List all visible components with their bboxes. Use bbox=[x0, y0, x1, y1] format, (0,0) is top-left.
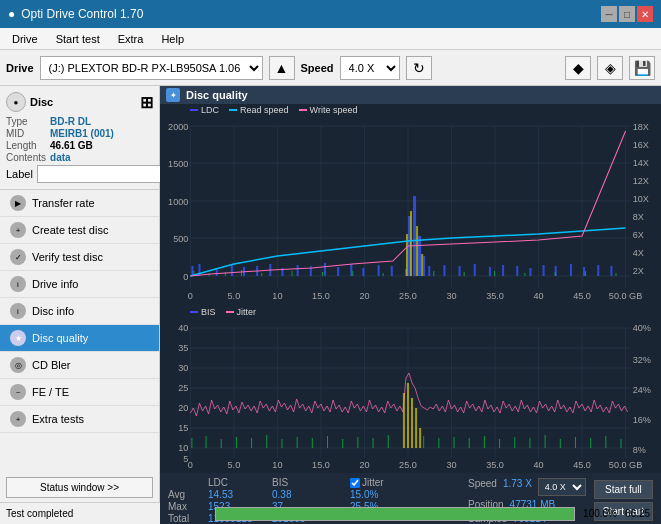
avg-bis-value: 0.38 bbox=[272, 489, 322, 500]
minimize-button[interactable]: ─ bbox=[601, 6, 617, 22]
ldc-col-header: LDC bbox=[208, 477, 268, 488]
svg-text:35.0: 35.0 bbox=[486, 291, 504, 301]
svg-rect-53 bbox=[337, 267, 339, 276]
svg-text:12X: 12X bbox=[633, 176, 649, 186]
nav-transfer-rate[interactable]: ▶ Transfer rate bbox=[0, 190, 159, 217]
disc-label-input[interactable] bbox=[37, 165, 166, 183]
svg-rect-140 bbox=[191, 438, 192, 448]
menu-extra[interactable]: Extra bbox=[110, 32, 152, 46]
svg-rect-54 bbox=[350, 264, 352, 276]
status-right-value: 66.25 bbox=[625, 508, 655, 519]
extra-tests-icon: + bbox=[10, 411, 26, 427]
svg-rect-161 bbox=[454, 437, 455, 448]
svg-rect-154 bbox=[403, 393, 405, 448]
svg-rect-66 bbox=[474, 264, 476, 276]
jitter-checkbox[interactable] bbox=[350, 478, 360, 488]
svg-text:500: 500 bbox=[173, 234, 188, 244]
label-row: Label ⚙ bbox=[6, 165, 153, 183]
disc-info-icon: i bbox=[10, 303, 26, 319]
svg-rect-159 bbox=[423, 436, 424, 448]
svg-rect-171 bbox=[605, 436, 606, 448]
svg-text:10X: 10X bbox=[633, 194, 649, 204]
start-full-button[interactable]: Start full bbox=[594, 480, 653, 499]
progress-percent: 100.0% bbox=[579, 508, 617, 519]
upper-chart: 2000 1500 1000 500 0 18X 16X 14X 12X 10X… bbox=[160, 116, 661, 306]
legend-write: Write speed bbox=[299, 105, 358, 115]
svg-text:0: 0 bbox=[188, 291, 193, 301]
status-window-button[interactable]: Status window >> bbox=[6, 477, 153, 498]
nav-cd-bler[interactable]: ◎ CD Bler bbox=[0, 352, 159, 379]
app-icon: ● bbox=[8, 7, 15, 21]
type-label: Type bbox=[6, 116, 46, 127]
title-bar-left: ● Opti Drive Control 1.70 bbox=[8, 7, 143, 21]
nav-create-test-disc[interactable]: + Create test disc bbox=[0, 217, 159, 244]
svg-text:10: 10 bbox=[272, 460, 282, 470]
svg-rect-151 bbox=[357, 437, 358, 448]
lower-chart-legend: BIS Jitter bbox=[160, 306, 661, 318]
disc-quality-icon: ★ bbox=[10, 330, 26, 346]
svg-rect-88 bbox=[416, 226, 418, 276]
disc-info-label: Disc info bbox=[32, 305, 74, 317]
svg-rect-168 bbox=[560, 439, 561, 448]
toolbar: Drive (J:) PLEXTOR BD-R PX-LB950SA 1.06 … bbox=[0, 50, 661, 86]
svg-text:1500: 1500 bbox=[168, 159, 188, 169]
ldc-label: LDC bbox=[201, 105, 219, 115]
refresh-button[interactable]: ↻ bbox=[406, 56, 432, 80]
svg-text:35: 35 bbox=[178, 343, 188, 353]
svg-rect-65 bbox=[459, 266, 461, 276]
nav-extra-tests[interactable]: + Extra tests bbox=[0, 406, 159, 433]
mid-value: MEIRB1 (001) bbox=[50, 128, 153, 139]
svg-text:50.0 GB: 50.0 GB bbox=[609, 460, 642, 470]
nav-disc-info[interactable]: i Disc info bbox=[0, 298, 159, 325]
title-bar-controls: ─ □ ✕ bbox=[601, 6, 653, 22]
svg-rect-87 bbox=[410, 211, 412, 276]
speed-label: Speed bbox=[301, 62, 334, 74]
svg-text:2X: 2X bbox=[633, 266, 644, 276]
chart-title-bar: ✦ Disc quality bbox=[160, 86, 661, 104]
lower-chart-svg: 40 35 30 25 20 15 10 5 40% 32% 24% 16% 8… bbox=[160, 318, 661, 473]
speed-select[interactable]: 4.0 X bbox=[340, 56, 400, 80]
menu-drive[interactable]: Drive bbox=[4, 32, 46, 46]
svg-text:24%: 24% bbox=[633, 385, 651, 395]
nav-drive-info[interactable]: i Drive info bbox=[0, 271, 159, 298]
svg-rect-82 bbox=[292, 271, 293, 276]
svg-text:8%: 8% bbox=[633, 445, 646, 455]
drive-select[interactable]: (J:) PLEXTOR BD-R PX-LB950SA 1.06 bbox=[40, 56, 263, 80]
verify-test-label: Verify test disc bbox=[32, 251, 103, 263]
cd-bler-icon: ◎ bbox=[10, 357, 26, 373]
empty-header bbox=[168, 477, 204, 488]
svg-text:25: 25 bbox=[178, 383, 188, 393]
svg-text:18X: 18X bbox=[633, 122, 649, 132]
fe-te-icon: ~ bbox=[10, 384, 26, 400]
toolbar-save[interactable]: 💾 bbox=[629, 56, 655, 80]
svg-text:16%: 16% bbox=[633, 415, 651, 425]
close-button[interactable]: ✕ bbox=[637, 6, 653, 22]
svg-rect-61 bbox=[418, 236, 421, 276]
transfer-rate-label: Transfer rate bbox=[32, 197, 95, 209]
toolbar-btn2[interactable]: ◈ bbox=[597, 56, 623, 80]
svg-text:40: 40 bbox=[533, 291, 543, 301]
toolbar-btn1[interactable]: ◆ bbox=[565, 56, 591, 80]
ldc-color-dot bbox=[190, 109, 198, 111]
svg-text:0: 0 bbox=[188, 460, 193, 470]
upper-chart-legend: LDC Read speed Write speed bbox=[160, 104, 661, 116]
svg-rect-170 bbox=[590, 438, 591, 448]
nav-disc-quality[interactable]: ★ Disc quality bbox=[0, 325, 159, 352]
menu-start-test[interactable]: Start test bbox=[48, 32, 108, 46]
svg-rect-62 bbox=[423, 256, 425, 276]
eject-button[interactable]: ▲ bbox=[269, 56, 295, 80]
svg-rect-142 bbox=[221, 439, 222, 448]
speed-select-dropdown[interactable]: 4.0 X bbox=[538, 478, 586, 496]
svg-rect-69 bbox=[516, 266, 518, 276]
nav-fe-te[interactable]: ~ FE / TE bbox=[0, 379, 159, 406]
menu-help[interactable]: Help bbox=[153, 32, 192, 46]
disc-small-icon: ⊞ bbox=[140, 93, 153, 112]
svg-text:5.0: 5.0 bbox=[228, 291, 241, 301]
drive-info-icon: i bbox=[10, 276, 26, 292]
drive-label: Drive bbox=[6, 62, 34, 74]
maximize-button[interactable]: □ bbox=[619, 6, 635, 22]
disc-info-grid: Type BD-R DL MID MEIRB1 (001) Length 46.… bbox=[6, 116, 153, 163]
nav-verify-test-disc[interactable]: ✓ Verify test disc bbox=[0, 244, 159, 271]
svg-rect-155 bbox=[407, 383, 409, 448]
svg-rect-75 bbox=[597, 265, 599, 276]
